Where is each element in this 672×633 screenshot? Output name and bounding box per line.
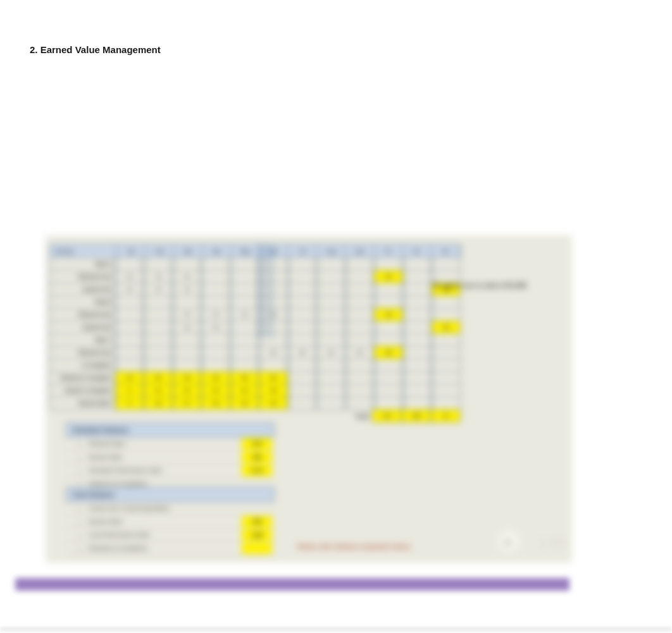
cell: 10 (144, 271, 173, 283)
cell (316, 309, 345, 321)
metric-label: Planned Value (66, 441, 242, 447)
cell: 20 (259, 347, 288, 359)
cell (173, 347, 202, 359)
cell: 40 (230, 384, 259, 397)
metric-label: Actual Cost / Actual Expenditure (66, 505, 242, 512)
row-label: Actual Cost (49, 321, 115, 334)
cell (288, 384, 317, 397)
row-label: Planned Cost (49, 309, 115, 321)
col-month: Jun (260, 245, 289, 257)
cell (144, 359, 173, 372)
row-label: Planned Cost (49, 271, 115, 283)
row-label: Task A (49, 258, 115, 271)
cell (374, 258, 403, 271)
cell (259, 271, 288, 283)
cell (115, 309, 144, 321)
cell: 15 (173, 309, 202, 321)
metric-value: 1.88 (242, 529, 272, 541)
cell: 32 (201, 384, 230, 397)
cell: 10 (173, 271, 202, 283)
cell (403, 334, 432, 347)
cell (432, 258, 461, 271)
metric-value (242, 543, 272, 554)
schedule-variance-title: Schedule Variance (66, 422, 275, 438)
cell (403, 384, 432, 397)
cell (144, 309, 173, 321)
cell (403, 321, 432, 334)
cell: 18 (173, 321, 202, 334)
cell: 60 (374, 309, 403, 321)
cell (316, 397, 345, 410)
table-row: Actual % Complete81624324048 (49, 384, 461, 397)
cell (345, 359, 375, 372)
slide-timestamp: 1:09 (538, 536, 566, 550)
col-month: Apr (203, 245, 232, 257)
metric-label: Cost Performance Index (66, 532, 242, 538)
table-row: Earned Value91827364554 (49, 397, 461, 410)
cell: 15 (230, 309, 259, 321)
cell (345, 309, 375, 321)
cell: 80 (374, 347, 403, 359)
row-label: Planned % Complete (49, 372, 115, 384)
total-pv: 170 (372, 410, 402, 422)
cell (115, 321, 144, 334)
cell (144, 296, 173, 309)
total-ev: 135 (402, 410, 432, 422)
cell: 18 (201, 321, 230, 334)
cell (403, 397, 432, 410)
col-activity: Activity (50, 245, 117, 257)
schedule-variance-block: Schedule Variance Planned Value170Earned… (66, 422, 275, 491)
cell (230, 271, 259, 283)
cell: 36 (432, 321, 461, 334)
cell (403, 296, 432, 309)
row-label: % Complete (49, 359, 115, 372)
cell (374, 359, 403, 372)
metric-line: Earned Value135 (66, 515, 275, 529)
cost-variance-title: Cost Variance (66, 487, 275, 502)
metric-value: 135 (242, 516, 272, 527)
table-header-row: Activity Jan Feb Mar Apr May Jun Jul Aug… (49, 244, 461, 258)
cell: 40 (201, 372, 230, 384)
metric-value: 135 (242, 452, 272, 463)
metric-value (242, 503, 272, 514)
cell (374, 296, 403, 309)
cell (374, 283, 403, 296)
cell (288, 359, 317, 372)
table-row: % Complete (49, 359, 461, 372)
cell: 10 (115, 271, 144, 283)
row-label: Actual Cost (49, 283, 115, 296)
col-ac: AC (432, 245, 460, 257)
cell (432, 359, 461, 372)
cell: 36 (201, 397, 230, 410)
cell: 24 (173, 384, 202, 397)
cell: 60 (259, 372, 288, 384)
section-heading: 2. Earned Value Management (30, 44, 161, 55)
cell (374, 321, 403, 334)
cost-variance-block: Cost Variance Actual Cost / Actual Expen… (66, 487, 275, 555)
cell: 9 (115, 397, 144, 410)
cell (144, 321, 173, 334)
cell (345, 384, 375, 397)
cell (288, 283, 317, 296)
cell: 30 (173, 372, 202, 384)
cell (230, 258, 259, 271)
cell (288, 321, 317, 334)
col-month: Jul (289, 245, 317, 257)
cell (259, 321, 288, 334)
cell (403, 258, 432, 271)
cell (316, 258, 345, 271)
cell (201, 271, 230, 283)
cell (115, 359, 144, 372)
cell: 12 (115, 283, 144, 296)
table-row: Task B (49, 296, 461, 309)
cell (259, 334, 288, 347)
cell (173, 359, 202, 372)
cell (288, 309, 317, 321)
cell (403, 372, 432, 384)
cell (173, 334, 202, 347)
cell (173, 258, 202, 271)
table-row: Planned % Complete102030405060 (49, 372, 461, 384)
cell (345, 271, 375, 283)
table-row: Task C (49, 334, 461, 347)
cell (115, 296, 144, 309)
